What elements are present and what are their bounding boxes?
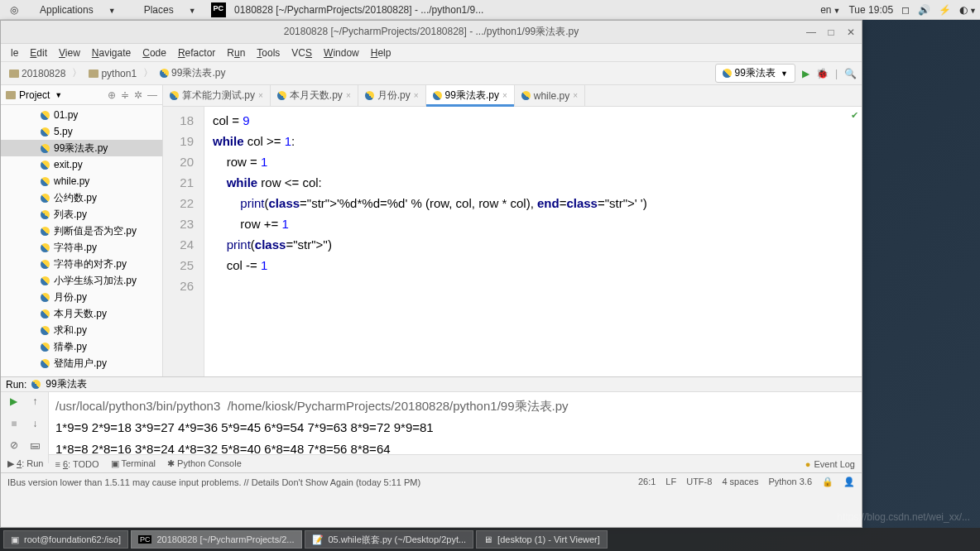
gnome-applications-menu[interactable]: Applications▼: [26, 2, 129, 17]
rerun-button[interactable]: ▶: [4, 395, 24, 416]
file-encoding[interactable]: UTF-8: [686, 477, 712, 487]
main-menu: le Edit View Navigate Code Refactor Run …: [1, 44, 862, 62]
tree-item[interactable]: 5.py: [1, 123, 162, 140]
python-file-icon: [365, 91, 374, 100]
gear-icon[interactable]: ✲: [134, 89, 142, 101]
gnome-screen-icon[interactable]: ◻: [901, 4, 910, 16]
run-tool-button[interactable]: ▶ 4: Run: [7, 458, 43, 469]
tree-item[interactable]: 猜拳.py: [1, 338, 162, 355]
breadcrumb-project[interactable]: 20180828: [6, 66, 69, 81]
tree-item[interactable]: exit.py: [1, 156, 162, 173]
step-up-button[interactable]: ↑: [26, 395, 46, 416]
editor-tab[interactable]: while.py×: [515, 85, 585, 106]
search-everywhere-button[interactable]: 🔍: [844, 68, 857, 79]
indent-settings[interactable]: 4 spaces: [722, 477, 758, 487]
run-tool-window: Run: 99乘法表 ▶ ↑ ■ ↓ ⊘ 🖴 /usr/local/python…: [1, 376, 862, 454]
pycharm-taskbar-icon[interactable]: PC: [211, 2, 227, 17]
collapse-all-icon[interactable]: ≑: [121, 89, 129, 101]
status-message[interactable]: IBus version lower than 1.5.11 may cause…: [7, 477, 420, 487]
breadcrumb: 20180828 〉 python1 〉 99乘法表.py: [6, 65, 228, 82]
tree-item[interactable]: 登陆用户.py: [1, 355, 162, 371]
python-file-icon: [31, 380, 41, 389]
tree-item[interactable]: 本月天数.py: [1, 305, 162, 322]
tree-item[interactable]: while.py: [1, 173, 162, 189]
tree-item[interactable]: 01.py: [1, 107, 162, 123]
menu-file[interactable]: le: [6, 46, 23, 60]
step-down-button[interactable]: ↓: [26, 418, 46, 438]
run-button[interactable]: ▶: [802, 68, 809, 79]
editor-tab[interactable]: 月份.py×: [358, 85, 426, 106]
menu-navigate[interactable]: Navigate: [87, 46, 136, 60]
tree-item[interactable]: 小学生练习加法.py: [1, 272, 162, 289]
gutter: 18 19 20 21 22 23 24 25 26: [163, 107, 204, 376]
gnome-lang-indicator[interactable]: en▼: [820, 4, 840, 16]
tree-item[interactable]: 公约数.py: [1, 189, 162, 206]
python-interpreter[interactable]: Python 3.6: [768, 477, 812, 487]
tree-item[interactable]: 求和.py: [1, 322, 162, 338]
gnome-activities-icon[interactable]: ◎: [3, 2, 25, 17]
code-editor[interactable]: 18 19 20 21 22 23 24 25 26 col = 9 while…: [163, 107, 862, 376]
editor-tab[interactable]: 99乘法表.py×: [426, 85, 515, 106]
line-separator[interactable]: LF: [665, 477, 676, 487]
folder-icon: [9, 69, 19, 78]
stop-button[interactable]: ■: [4, 418, 24, 438]
cursor-position[interactable]: 26:1: [638, 477, 656, 487]
python-file-icon: [41, 343, 50, 352]
window-close-icon[interactable]: ✕: [845, 26, 857, 38]
run-configuration-selector[interactable]: 99乘法表▼: [715, 64, 795, 83]
menu-edit[interactable]: Edit: [25, 46, 52, 60]
close-icon[interactable]: ×: [258, 91, 263, 100]
task-terminal[interactable]: ▣root@foundation62:/iso]: [3, 530, 128, 549]
window-maximize-icon[interactable]: □: [825, 26, 837, 38]
tree-item[interactable]: 字符串.py: [1, 239, 162, 256]
window-titlebar[interactable]: 20180828 [~/PycharmProjects/20180828] - …: [1, 21, 862, 44]
code-content[interactable]: col = 9 while col >= 1: row = 1 while ro…: [204, 107, 862, 376]
menu-code[interactable]: Code: [137, 46, 171, 60]
task-virt-viewer[interactable]: 🖥[desktop (1) - Virt Viewer]: [476, 530, 608, 549]
tree-item[interactable]: 列表.py: [1, 206, 162, 223]
close-icon[interactable]: ×: [573, 91, 578, 100]
chevron-down-icon: ▼: [781, 69, 788, 78]
breadcrumb-file[interactable]: 99乘法表.py: [156, 65, 228, 82]
project-panel-title[interactable]: Project▼: [6, 89, 62, 101]
task-pycharm[interactable]: PC20180828 [~/PycharmProjects/2...: [131, 530, 302, 549]
hide-panel-icon[interactable]: —: [147, 89, 157, 101]
gnome-volume-icon[interactable]: 🔊: [918, 4, 930, 16]
breadcrumb-folder[interactable]: python1: [85, 66, 140, 81]
todo-tool-button[interactable]: ≡ 6: TODO: [55, 459, 98, 469]
inspector-icon[interactable]: 👤: [843, 477, 855, 487]
lock-icon[interactable]: 🔒: [822, 477, 833, 487]
gnome-battery-icon[interactable]: ⚡: [939, 4, 951, 16]
terminal-tool-button[interactable]: ▣ Terminal: [111, 458, 156, 469]
window-minimize-icon[interactable]: —: [805, 26, 817, 38]
menu-vcs[interactable]: VCS: [286, 46, 317, 60]
event-log-button[interactable]: Event Log: [814, 459, 855, 469]
menu-refactor[interactable]: Refactor: [173, 46, 220, 60]
print-button[interactable]: 🖴: [26, 439, 46, 460]
tree-item[interactable]: 判断值是否为空.py: [1, 223, 162, 239]
tree-item[interactable]: 字符串的对齐.py: [1, 256, 162, 272]
close-tab-button[interactable]: ⊘: [4, 439, 24, 460]
menu-help[interactable]: Help: [366, 46, 396, 60]
editor-tab[interactable]: 算术能力测试.py×: [163, 85, 271, 106]
gnome-places-menu[interactable]: Places▼: [131, 2, 209, 17]
scroll-from-source-icon[interactable]: ⊕: [108, 89, 116, 101]
menu-view[interactable]: View: [54, 46, 85, 60]
menu-tools[interactable]: Tools: [252, 46, 285, 60]
tree-item[interactable]: 月份.py: [1, 289, 162, 305]
menu-run[interactable]: Run: [222, 46, 250, 60]
editor-tab[interactable]: 本月天数.py×: [271, 85, 358, 106]
gnome-taskbar: ▣root@foundation62:/iso] PC20180828 [~/P…: [0, 528, 980, 551]
gnome-power-menu[interactable]: ◐▼: [959, 4, 977, 16]
close-icon[interactable]: ×: [346, 91, 351, 100]
debug-button[interactable]: 🐞: [816, 68, 829, 79]
python-file-icon: [41, 243, 50, 252]
python-console-button[interactable]: ✱ Python Console: [167, 458, 242, 469]
python-file-icon: [160, 69, 169, 78]
tree-item[interactable]: 99乘法表.py: [1, 140, 162, 156]
close-icon[interactable]: ×: [502, 91, 507, 100]
run-output[interactable]: /usr/local/python3/bin/python3 /home/kio…: [49, 392, 862, 463]
task-gedit[interactable]: 📝05.while嵌套.py (~/Desktop/2pyt...: [305, 530, 474, 549]
menu-window[interactable]: Window: [319, 46, 364, 60]
close-icon[interactable]: ×: [414, 91, 419, 100]
